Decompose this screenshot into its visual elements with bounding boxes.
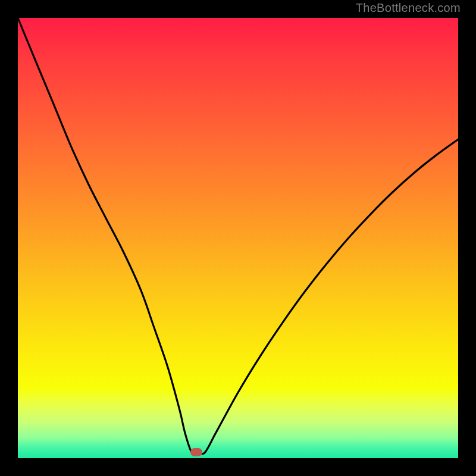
optimal-point-marker (190, 448, 202, 456)
plot-area (18, 18, 458, 458)
watermark-text: TheBottleneck.com (356, 1, 461, 15)
bottleneck-curve (18, 18, 458, 458)
chart-frame: TheBottleneck.com (0, 0, 476, 476)
